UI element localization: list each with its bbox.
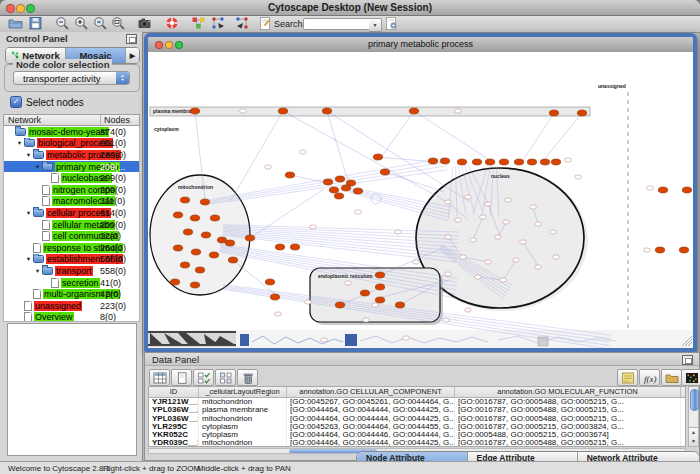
network-node[interactable]: [527, 159, 536, 165]
network-node-small[interactable]: [455, 218, 462, 222]
network-node[interactable]: [682, 187, 691, 193]
network-node[interactable]: [341, 185, 350, 191]
network-node[interactable]: [270, 294, 279, 300]
network-node-small[interactable]: [363, 318, 370, 322]
notes-icon[interactable]: [617, 369, 638, 386]
table-cell[interactable]: [GO:0044464, GO:0044444, GO:0044425, G..…: [287, 415, 455, 423]
network-node-small[interactable]: [310, 225, 317, 229]
open-icon[interactable]: [8, 16, 24, 32]
network-node-small[interactable]: [355, 210, 362, 214]
scrollbar-thumb[interactable]: [690, 389, 699, 411]
unselect-attributes-icon[interactable]: [215, 369, 236, 386]
matrix-icon[interactable]: [681, 369, 700, 386]
tree-item[interactable]: ▼primary metabo209(...: [4, 161, 139, 173]
network-node[interactable]: [551, 159, 560, 165]
network-node-small[interactable]: [443, 318, 450, 322]
select-nodes-checkbox[interactable]: ✓: [10, 96, 22, 108]
network-node[interactable]: [180, 197, 189, 203]
network-node-small[interactable]: [535, 265, 542, 269]
network-node[interactable]: [329, 187, 338, 193]
network-node-small[interactable]: [445, 235, 452, 239]
network-node[interactable]: [190, 215, 199, 221]
new-attribute-icon[interactable]: [171, 369, 192, 386]
save-icon[interactable]: [28, 16, 44, 32]
import-folder-icon[interactable]: [661, 369, 682, 386]
table-cell[interactable]: mitochondrion: [199, 415, 287, 423]
tree-item[interactable]: cell communicat22(0): [4, 230, 139, 242]
create-view-icon[interactable]: [211, 16, 227, 32]
network-node[interactable]: [360, 290, 369, 296]
network-node-small[interactable]: [413, 260, 420, 264]
network-node-small[interactable]: [265, 165, 272, 169]
network-node[interactable]: [170, 279, 179, 285]
table-row[interactable]: YJR121W__1mitochondrion[GO:0045267, GO:0…: [149, 398, 685, 406]
network-node[interactable]: [540, 159, 549, 165]
table-cell[interactable]: [GO:0016787, GO:0005488, GO:0005215, G..…: [455, 415, 681, 423]
table-cell[interactable]: [GO:0005488, GO:0005215, GO:0003674]: [455, 431, 681, 439]
network-node-small[interactable]: [465, 195, 472, 199]
table-cell[interactable]: [GO:0044464, GO:0044444, GO:0044425, G..…: [287, 439, 455, 447]
network-node[interactable]: [180, 262, 189, 268]
table-cell[interactable]: [GO:0044464, GO:0044446, GO:0044444, G..…: [287, 431, 455, 439]
tree-item[interactable]: ▼metabolic process280(0): [4, 149, 139, 161]
tree-item[interactable]: unassigned223(0): [4, 300, 139, 312]
network-node[interactable]: [334, 193, 343, 199]
tree-header-network[interactable]: Network: [8, 115, 41, 126]
expand-arrow-icon[interactable]: ▼: [33, 164, 42, 170]
table-cell[interactable]: [GO:0044464, GO:0044444, GO:0044425, G..…: [287, 406, 455, 414]
table-cell[interactable]: mitochondrion: [199, 439, 287, 447]
network-node[interactable]: [373, 154, 382, 160]
table-row[interactable]: YPL036W__2plasma membrane[GO:0044464, GO…: [149, 406, 685, 414]
table-cell[interactable]: YKR052C: [149, 431, 199, 439]
network-node[interactable]: [457, 159, 466, 165]
table-cell[interactable]: [GO:0016787, GO:0005215, GO:0003824, G..…: [455, 423, 681, 431]
table-cell[interactable]: cytoplasm: [199, 431, 287, 439]
network-node[interactable]: [499, 159, 508, 165]
table-row[interactable]: YLR295Ccytoplasm[GO:0045263, GO:0044464,…: [149, 423, 685, 431]
network-node-small[interactable]: [647, 186, 654, 190]
network-node-small[interactable]: [475, 275, 482, 279]
network-node-small[interactable]: [445, 272, 452, 276]
network-node-small[interactable]: [240, 109, 247, 113]
table-cell[interactable]: YPL036W__1: [149, 415, 199, 423]
network-node[interactable]: [380, 169, 389, 175]
tree-item[interactable]: nitrogen compo209(0): [4, 184, 139, 196]
tree-item[interactable]: ▼cellular process614(0): [4, 207, 139, 219]
network-node[interactable]: [209, 252, 218, 258]
network-node-small[interactable]: [520, 240, 527, 244]
network-node-small[interactable]: [321, 338, 328, 342]
network-node-small[interactable]: [372, 303, 379, 307]
table-cell[interactable]: YLR295C: [149, 423, 199, 431]
destroy-view-icon[interactable]: [235, 16, 251, 32]
expand-arrow-icon[interactable]: ▼: [33, 268, 42, 274]
network-node-small[interactable]: [575, 175, 582, 179]
tree-header-nodes[interactable]: Nodes: [100, 115, 130, 125]
expand-arrow-icon[interactable]: ▼: [24, 152, 33, 158]
network-node[interactable]: [322, 108, 331, 114]
network-node[interactable]: [679, 247, 688, 253]
table-cell[interactable]: [GO:0016787, GO:0005488, GO:0005215, G..…: [455, 398, 681, 406]
snapshot-icon[interactable]: [137, 16, 153, 32]
network-node-small[interactable]: [500, 278, 507, 282]
network-node[interactable]: [428, 158, 437, 164]
network-node[interactable]: [375, 297, 384, 303]
network-node-small[interactable]: [553, 255, 560, 259]
table-cell[interactable]: [GO:0016787, GO:0005488, GO:0005215, G..…: [455, 439, 681, 447]
network-node-small[interactable]: [530, 205, 537, 209]
network-node-small[interactable]: [275, 312, 282, 316]
network-node-small[interactable]: [485, 202, 492, 206]
scrollbar-arrows[interactable]: ▲▼: [689, 427, 698, 446]
network-node-small[interactable]: [395, 230, 402, 234]
network-node[interactable]: [200, 199, 209, 205]
preferences-icon[interactable]: [384, 16, 400, 32]
table-row[interactable]: YKR052Ccytoplasm[GO:0044464, GO:0044446,…: [149, 431, 685, 439]
network-view-titlebar[interactable]: primary metabolic process: [148, 37, 693, 53]
network-node-small[interactable]: [403, 336, 410, 340]
delete-attribute-icon[interactable]: [237, 369, 258, 386]
birds-eye-view[interactable]: [7, 323, 137, 456]
expand-arrow-icon[interactable]: ▼: [15, 140, 24, 146]
search-input[interactable]: [303, 18, 371, 30]
table-cell[interactable]: YJR121W__1: [149, 398, 199, 406]
network-node[interactable]: [190, 108, 199, 114]
network-node[interactable]: [275, 244, 284, 250]
